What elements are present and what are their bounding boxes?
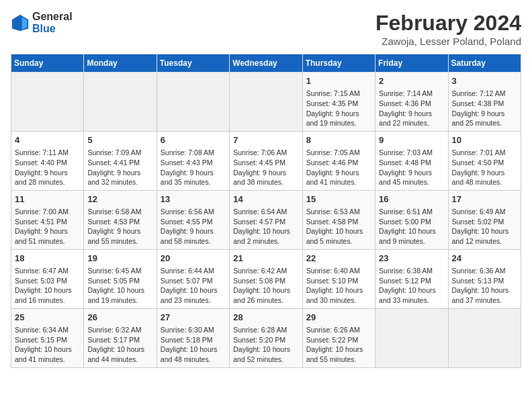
day-number: 2 (379, 75, 444, 87)
calendar-week-row: 18Sunrise: 6:47 AM Sunset: 5:03 PM Dayli… (11, 249, 521, 308)
day-number: 13 (161, 193, 226, 205)
day-info: Sunrise: 7:06 AM Sunset: 4:45 PM Dayligh… (233, 148, 298, 187)
day-number: 26 (87, 312, 152, 324)
day-info: Sunrise: 6:56 AM Sunset: 4:55 PM Dayligh… (161, 207, 226, 246)
day-info: Sunrise: 6:34 AM Sunset: 5:15 PM Dayligh… (15, 325, 80, 365)
day-number: 5 (87, 134, 152, 146)
day-info: Sunrise: 6:47 AM Sunset: 5:03 PM Dayligh… (15, 266, 80, 306)
calendar-cell: 29Sunrise: 6:26 AM Sunset: 5:22 PM Dayli… (302, 308, 375, 367)
calendar-week-row: 1Sunrise: 7:15 AM Sunset: 4:35 PM Daylig… (11, 73, 521, 132)
day-info: Sunrise: 6:32 AM Sunset: 5:17 PM Dayligh… (87, 325, 152, 365)
day-number: 22 (306, 253, 371, 265)
calendar-cell: 26Sunrise: 6:32 AM Sunset: 5:17 PM Dayli… (84, 308, 157, 367)
day-info: Sunrise: 6:53 AM Sunset: 4:58 PM Dayligh… (306, 207, 371, 246)
calendar-cell: 10Sunrise: 7:01 AM Sunset: 4:50 PM Dayli… (448, 131, 521, 190)
day-info: Sunrise: 7:08 AM Sunset: 4:43 PM Dayligh… (161, 148, 226, 187)
calendar-cell (375, 308, 448, 367)
weekday-header: Monday (84, 54, 157, 73)
page-title: February 2024 (375, 11, 521, 36)
day-number: 10 (452, 134, 517, 146)
day-info: Sunrise: 6:38 AM Sunset: 5:12 PM Dayligh… (379, 266, 444, 306)
calendar-cell (157, 73, 229, 132)
day-info: Sunrise: 6:30 AM Sunset: 5:18 PM Dayligh… (161, 325, 226, 365)
day-number: 8 (306, 134, 371, 146)
day-number: 4 (15, 134, 80, 146)
day-number: 28 (233, 312, 298, 324)
calendar-table: SundayMondayTuesdayWednesdayThursdayFrid… (11, 54, 521, 368)
calendar-cell: 5Sunrise: 7:09 AM Sunset: 4:41 PM Daylig… (84, 131, 157, 190)
day-info: Sunrise: 6:42 AM Sunset: 5:08 PM Dayligh… (233, 266, 298, 306)
weekday-header: Sunday (11, 54, 84, 73)
day-number: 27 (161, 312, 226, 324)
calendar-cell: 13Sunrise: 6:56 AM Sunset: 4:55 PM Dayli… (157, 190, 229, 249)
day-number: 23 (379, 253, 444, 265)
calendar-cell: 24Sunrise: 6:36 AM Sunset: 5:13 PM Dayli… (448, 249, 521, 308)
weekday-header: Saturday (448, 54, 521, 73)
calendar-cell: 16Sunrise: 6:51 AM Sunset: 5:00 PM Dayli… (375, 190, 448, 249)
day-number: 25 (15, 312, 80, 324)
day-number: 12 (87, 193, 152, 205)
calendar-cell: 18Sunrise: 6:47 AM Sunset: 5:03 PM Dayli… (11, 249, 84, 308)
day-info: Sunrise: 7:09 AM Sunset: 4:41 PM Dayligh… (87, 148, 152, 187)
day-number: 17 (452, 193, 517, 205)
logo: General Blue (11, 11, 73, 35)
day-info: Sunrise: 6:28 AM Sunset: 5:20 PM Dayligh… (233, 325, 298, 365)
calendar-cell: 20Sunrise: 6:44 AM Sunset: 5:07 PM Dayli… (157, 249, 229, 308)
calendar-cell (230, 73, 302, 132)
day-info: Sunrise: 7:15 AM Sunset: 4:35 PM Dayligh… (306, 89, 371, 128)
calendar-cell (84, 73, 157, 132)
day-info: Sunrise: 6:51 AM Sunset: 5:00 PM Dayligh… (379, 207, 444, 246)
calendar-cell: 23Sunrise: 6:38 AM Sunset: 5:12 PM Dayli… (375, 249, 448, 308)
day-info: Sunrise: 6:45 AM Sunset: 5:05 PM Dayligh… (87, 266, 152, 306)
day-number: 29 (306, 312, 371, 324)
calendar-cell: 4Sunrise: 7:11 AM Sunset: 4:40 PM Daylig… (11, 131, 84, 190)
day-number: 24 (452, 253, 517, 265)
calendar-cell: 28Sunrise: 6:28 AM Sunset: 5:20 PM Dayli… (230, 308, 302, 367)
calendar-cell: 9Sunrise: 7:03 AM Sunset: 4:48 PM Daylig… (375, 131, 448, 190)
day-number: 15 (306, 193, 371, 205)
day-number: 20 (161, 253, 226, 265)
header: General Blue February 2024 Zawoja, Lesse… (11, 11, 521, 47)
day-info: Sunrise: 6:49 AM Sunset: 5:02 PM Dayligh… (452, 207, 517, 246)
title-area: February 2024 Zawoja, Lesser Poland, Pol… (375, 11, 521, 47)
day-info: Sunrise: 6:40 AM Sunset: 5:10 PM Dayligh… (306, 266, 371, 306)
day-info: Sunrise: 6:36 AM Sunset: 5:13 PM Dayligh… (452, 266, 517, 306)
day-info: Sunrise: 7:00 AM Sunset: 4:51 PM Dayligh… (15, 207, 80, 246)
calendar-week-row: 4Sunrise: 7:11 AM Sunset: 4:40 PM Daylig… (11, 131, 521, 190)
calendar-cell (11, 73, 84, 132)
calendar-cell: 6Sunrise: 7:08 AM Sunset: 4:43 PM Daylig… (157, 131, 229, 190)
calendar-week-row: 25Sunrise: 6:34 AM Sunset: 5:15 PM Dayli… (11, 308, 521, 367)
weekday-header: Tuesday (157, 54, 229, 73)
day-info: Sunrise: 7:14 AM Sunset: 4:36 PM Dayligh… (379, 89, 444, 128)
day-info: Sunrise: 6:54 AM Sunset: 4:57 PM Dayligh… (233, 207, 298, 246)
calendar-cell: 3Sunrise: 7:12 AM Sunset: 4:38 PM Daylig… (448, 73, 521, 132)
day-number: 14 (233, 193, 298, 205)
calendar-cell: 21Sunrise: 6:42 AM Sunset: 5:08 PM Dayli… (230, 249, 302, 308)
weekday-header-row: SundayMondayTuesdayWednesdayThursdayFrid… (11, 54, 521, 73)
calendar-cell: 17Sunrise: 6:49 AM Sunset: 5:02 PM Dayli… (448, 190, 521, 249)
calendar-cell: 22Sunrise: 6:40 AM Sunset: 5:10 PM Dayli… (302, 249, 375, 308)
day-info: Sunrise: 7:05 AM Sunset: 4:46 PM Dayligh… (306, 148, 371, 187)
calendar-cell: 2Sunrise: 7:14 AM Sunset: 4:36 PM Daylig… (375, 73, 448, 132)
day-info: Sunrise: 7:11 AM Sunset: 4:40 PM Dayligh… (15, 148, 80, 187)
day-number: 19 (87, 253, 152, 265)
day-info: Sunrise: 7:12 AM Sunset: 4:38 PM Dayligh… (452, 89, 517, 128)
logo-text: General Blue (32, 11, 73, 35)
logo-icon (11, 13, 30, 32)
calendar-cell: 11Sunrise: 7:00 AM Sunset: 4:51 PM Dayli… (11, 190, 84, 249)
day-number: 9 (379, 134, 444, 146)
calendar-cell: 7Sunrise: 7:06 AM Sunset: 4:45 PM Daylig… (230, 131, 302, 190)
calendar-cell: 19Sunrise: 6:45 AM Sunset: 5:05 PM Dayli… (84, 249, 157, 308)
weekday-header: Friday (375, 54, 448, 73)
calendar-cell: 15Sunrise: 6:53 AM Sunset: 4:58 PM Dayli… (302, 190, 375, 249)
day-info: Sunrise: 6:58 AM Sunset: 4:53 PM Dayligh… (87, 207, 152, 246)
calendar-cell: 25Sunrise: 6:34 AM Sunset: 5:15 PM Dayli… (11, 308, 84, 367)
calendar-cell: 14Sunrise: 6:54 AM Sunset: 4:57 PM Dayli… (230, 190, 302, 249)
calendar-cell: 12Sunrise: 6:58 AM Sunset: 4:53 PM Dayli… (84, 190, 157, 249)
day-number: 21 (233, 253, 298, 265)
day-number: 11 (15, 193, 80, 205)
day-info: Sunrise: 7:03 AM Sunset: 4:48 PM Dayligh… (379, 148, 444, 187)
calendar-cell: 8Sunrise: 7:05 AM Sunset: 4:46 PM Daylig… (302, 131, 375, 190)
weekday-header: Thursday (302, 54, 375, 73)
day-number: 6 (161, 134, 226, 146)
